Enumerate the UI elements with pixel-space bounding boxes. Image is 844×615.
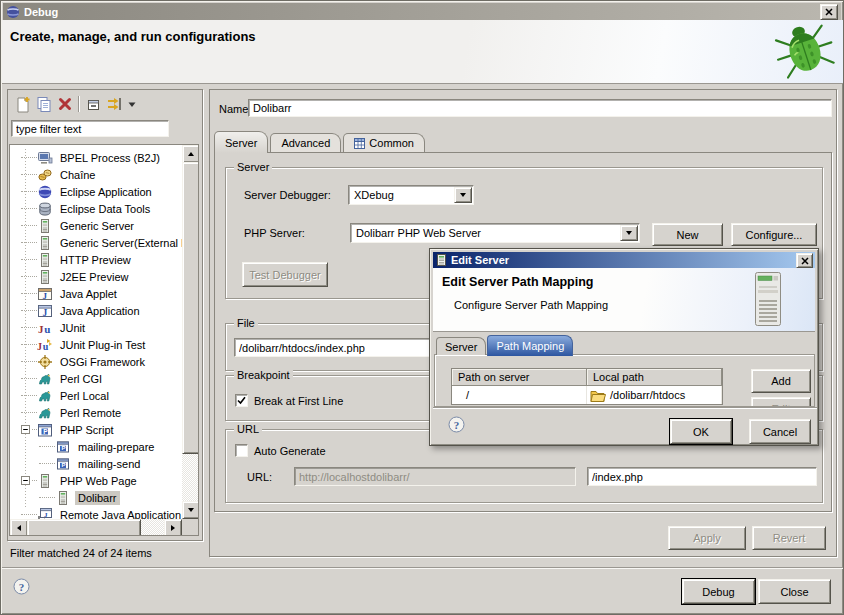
table-header-path-on-server[interactable]: Path on server [452,369,587,386]
configure-server-button[interactable]: Configure... [731,223,817,246]
cell-local-path: /dolibarr/htdocs [587,386,722,404]
new-configuration-button[interactable] [12,94,33,114]
tree-item[interactable]: PHP Web Page [11,472,182,489]
tree-item-label: Eclipse Application [57,185,155,199]
perl-icon [37,371,53,387]
close-button[interactable]: Close [758,579,831,604]
tree-item[interactable]: Perl Local [11,387,182,404]
tree-guide [21,310,37,311]
tree-item[interactable]: Perl CGI [11,370,182,387]
tree-item[interactable]: PPHP Script [11,421,182,438]
dialog-tab-server[interactable]: Server [436,337,486,355]
collapse-expander-icon[interactable] [21,476,30,485]
tree-rows: BPEL Process (B2J)ChaîneEclipse Applicat… [11,145,182,523]
window-close-button[interactable] [820,4,838,20]
tree-item[interactable]: JJava Applet [11,285,182,302]
scroll-left-button[interactable] [10,519,28,536]
url-group-title: URL [234,423,262,436]
tree-item-label: JUnit Plug-in Test [57,338,148,352]
tree-item-label: Dolibarr [75,491,120,505]
cell-path-on-server: / [452,386,587,404]
tree-item-label: BPEL Process (B2J) [57,151,163,165]
php-server-combo[interactable]: Dolibarr PHP Web Server [350,223,640,243]
scroll-down-button[interactable] [182,501,199,519]
window-title: Debug [24,6,58,18]
scroll-down-icon [188,508,194,512]
tree-guide [39,446,55,447]
filter-button[interactable] [104,94,125,114]
combo-dropdown-button[interactable] [620,225,638,241]
filter-status: Filter matched 24 of 24 items [10,547,152,559]
java-applet-icon: J [37,286,53,302]
scroll-up-button[interactable] [182,145,199,163]
tree-item[interactable]: Eclipse Application [11,183,182,200]
tree-guide [21,378,37,379]
eclipse-icon [6,5,20,19]
apply-button-label: Apply [693,532,721,544]
server-debugger-label: Server Debugger: [244,189,331,201]
tree-item-label: Generic Server [57,219,137,233]
help-icon[interactable]: ? [448,416,465,433]
tree-item[interactable]: OSGi Framework [11,353,182,370]
url-label: URL: [247,471,272,483]
svg-text:u: u [44,322,50,334]
tab-server[interactable]: Server [214,131,268,153]
collapse-expander-icon[interactable] [21,425,30,434]
tree-item[interactable]: JuJUnit [11,319,182,336]
dialog-tabs: ServerPath Mapping [436,334,574,355]
tree-item[interactable]: Generic Server(External La [11,234,182,251]
table-row[interactable]: //dolibarr/htdocs [452,386,722,404]
tree-item[interactable]: HTTP Preview [11,251,182,268]
tree-item[interactable]: Chaîne [11,166,182,183]
collapse-all-button[interactable] [83,94,104,114]
dialog-close-button[interactable] [796,253,813,268]
dialog-header: Edit Server Path Mapping Configure Serve… [433,268,815,332]
edit-server-dialog: Edit Server Edit Server Path Mapping Con… [429,248,819,446]
scroll-left-icon [17,525,21,531]
eclipse-application-icon [37,184,53,200]
server-debugger-combo[interactable]: XDebug [348,185,474,205]
menu-arrow-icon [127,99,137,109]
bpel-process-icon [37,150,53,166]
table-header-local-path[interactable]: Local path [587,369,722,386]
new-server-button[interactable]: New [652,223,723,246]
tree-guide [21,242,37,243]
name-input[interactable] [248,99,832,117]
debug-button[interactable]: Debug [682,579,755,604]
svg-text:u: u [43,341,49,352]
php-server-label: PHP Server: [244,227,305,239]
tree-item[interactable]: Eclipse Data Tools [11,200,182,217]
tree-item[interactable]: Perl Remote [11,404,182,421]
tree-item[interactable]: Generic Server [11,217,182,234]
menu-arrow-button[interactable] [125,94,138,114]
vertical-scroll-thumb[interactable] [182,162,199,454]
dialog-tab-path-mapping[interactable]: Path Mapping [487,335,573,356]
break-at-first-line-checkbox[interactable] [235,394,248,407]
add-mapping-button[interactable]: Add [751,369,811,393]
tab-common[interactable]: Common [343,133,425,152]
combo-dropdown-button[interactable] [454,187,472,203]
horizontal-scroll-thumb[interactable] [27,519,141,536]
tree-item[interactable]: Dolibarr [11,489,182,506]
auto-generate-checkbox[interactable] [235,444,248,457]
scroll-right-button[interactable] [164,519,182,536]
tree-guide [21,327,37,328]
duplicate-button[interactable] [33,94,54,114]
tree-item[interactable]: Pmailing-send [11,455,182,472]
tree-item-label: Generic Server(External La [57,236,182,250]
tree-item[interactable]: Pmailing-prepare [11,438,182,455]
tree-item[interactable]: JuJUnit Plug-in Test [11,336,182,353]
name-label: Name: [219,103,251,115]
tree-item[interactable]: J2EE Preview [11,268,182,285]
delete-button[interactable] [54,94,75,114]
scroll-up-icon [188,152,194,156]
filter-input[interactable] [11,120,169,137]
help-icon[interactable]: ? [13,578,30,595]
tree-guide [39,463,55,464]
tab-advanced[interactable]: Advanced [270,133,341,152]
tree-item[interactable]: BPEL Process (B2J) [11,149,182,166]
url-path-input[interactable] [587,467,817,486]
tree-item[interactable]: JJava Application [11,302,182,319]
ok-button[interactable]: OK [670,419,732,444]
cancel-button[interactable]: Cancel [749,419,811,444]
